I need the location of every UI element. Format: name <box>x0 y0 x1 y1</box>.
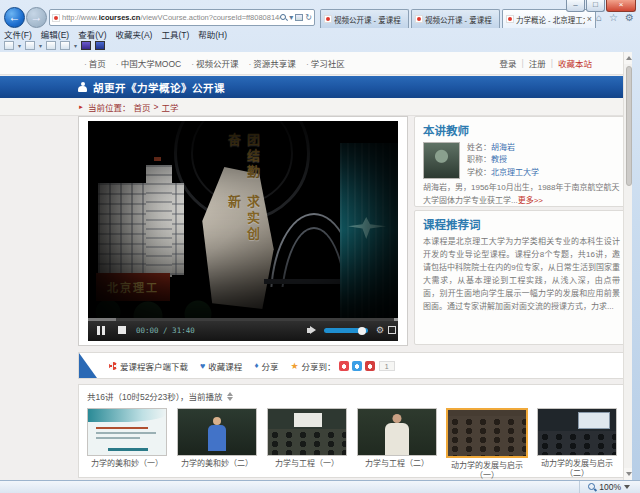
tab-strip: 视频公开课 - 爱课程 视频公开课 - 爱课程 力学概论 - 北京理工大... … <box>320 9 596 28</box>
qq-share-icon[interactable] <box>352 361 362 371</box>
vertical-scrollbar[interactable] <box>623 52 632 480</box>
favorites-star-icon[interactable]: ☆ <box>609 12 618 23</box>
search-icon[interactable] <box>280 14 287 21</box>
teacher-section-title: 本讲教师 <box>423 122 620 138</box>
playlist-item-5-current[interactable]: 动力学的发展与启示（一） <box>445 408 529 480</box>
volume-icon[interactable] <box>310 326 316 334</box>
icourses-favicon <box>52 14 60 22</box>
close-button[interactable]: × <box>606 0 636 12</box>
scrollbar-thumb[interactable] <box>626 66 632 186</box>
onenote-linked-icon[interactable] <box>95 41 105 50</box>
tab-favicon <box>415 15 423 23</box>
video-caption: 力学的美和妙（二） <box>175 459 259 469</box>
playlist-item-1[interactable]: 力学的美和妙（一） <box>85 408 169 480</box>
breadcrumb-home-link[interactable]: 首页 <box>133 101 150 113</box>
menu-tools[interactable]: 工具(T) <box>161 28 189 40</box>
lecturer-icon <box>78 82 87 93</box>
restore-button[interactable]: □ <box>586 0 605 12</box>
home-icon[interactable]: ⌂ <box>596 12 602 23</box>
menu-help[interactable]: 帮助(H) <box>198 28 227 40</box>
command-bar: ▾ ▾ ▾ <box>4 39 105 51</box>
video-thumbnail[interactable] <box>177 408 257 456</box>
minimize-button[interactable]: – <box>566 0 585 12</box>
back-button[interactable]: ← <box>4 7 25 28</box>
print-dropdown-icon[interactable]: ▾ <box>74 42 77 49</box>
scroll-down-arrow[interactable] <box>624 468 632 480</box>
action-bar: 爱课程客户端下载 ♥ 收藏课程 ♦ 分享 ★ 分享到： 1 <box>78 352 630 379</box>
forward-button[interactable]: → <box>26 7 47 28</box>
favorite-site-link[interactable]: 收藏本站 <box>558 57 592 69</box>
nav-link-video-open-course[interactable]: ·视频公开课 <box>191 57 238 69</box>
player-controls: 00:00 / 31:40 ⚙ <box>88 318 398 341</box>
register-link[interactable]: 注册 <box>529 57 546 69</box>
zoom-dropdown-icon[interactable] <box>624 485 630 489</box>
video-thumbnail-current[interactable] <box>446 408 528 458</box>
stop-button[interactable] <box>118 326 126 334</box>
sort-toggle-icon[interactable] <box>227 392 233 401</box>
compatibility-view-icon[interactable] <box>295 14 303 21</box>
status-bar: 100% <box>0 480 640 493</box>
scroll-up-arrow[interactable] <box>624 52 632 64</box>
client-download-button[interactable]: 爱课程客户端下载 <box>109 360 188 372</box>
tab-favicon <box>324 15 332 23</box>
breadcrumb: ► 当前位置： 首页 > 工学 <box>0 98 632 116</box>
playlist-item-4[interactable]: 力学与工程（二） <box>355 408 439 480</box>
address-bar[interactable]: http://www.icourses.cn/viewVCourse.actio… <box>49 9 315 26</box>
tab-video-open-course-1[interactable]: 视频公开课 - 爱课程 <box>320 9 409 28</box>
blue-corner-decoration <box>79 353 97 378</box>
page-viewport: ·首页 ·中国大学MOOC ·视频公开课 ·资源共享课 ·学习社区 登录 | 注… <box>0 52 632 480</box>
tab-video-open-course-2[interactable]: 视频公开课 - 爱课程 <box>411 9 500 28</box>
share-button[interactable]: ♦ 分享 <box>254 360 278 372</box>
zoom-level: 100% <box>599 482 621 492</box>
pause-button[interactable] <box>97 326 105 335</box>
recommendation-text: 本课程是北京理工大学为力学类相关专业的本科生设计开发的专业导论型课程。课程分8个… <box>423 236 620 314</box>
recommendation-box: 课程推荐词 本课程是北京理工大学为力学类相关专业的本科生设计开发的专业导论型课程… <box>414 210 629 345</box>
video-caption: 力学与工程（二） <box>355 459 439 469</box>
url-text[interactable]: http://www.icourses.cn/viewVCourse.actio… <box>62 13 280 22</box>
page-icon[interactable] <box>4 41 14 50</box>
onenote-icon[interactable] <box>81 41 91 50</box>
nav-link-mooc[interactable]: ·中国大学MOOC <box>116 57 181 69</box>
video-screen[interactable]: 北京理工 团结勤奋求实创新 <box>88 121 398 318</box>
playlist-item-3[interactable]: 力学与工程（一） <box>265 408 349 480</box>
renren-share-icon[interactable] <box>365 361 375 371</box>
video-thumbnail[interactable] <box>357 408 437 456</box>
recommendation-section-title: 课程推荐词 <box>423 216 620 232</box>
video-caption: 动力学的发展与启示（二） <box>535 459 619 479</box>
page-dropdown-icon[interactable]: ▾ <box>18 42 21 49</box>
nav-link-home[interactable]: ·首页 <box>84 57 106 69</box>
teacher-photo <box>423 142 460 179</box>
slideshow-icon[interactable] <box>25 41 35 50</box>
search-dropdown-icon[interactable]: ▾ <box>289 13 293 22</box>
fullscreen-icon[interactable] <box>388 326 396 334</box>
weibo-share-icon[interactable] <box>339 361 349 371</box>
nav-link-learning-community[interactable]: ·学习社区 <box>306 57 345 69</box>
tab-close-icon[interactable]: × <box>587 14 592 24</box>
settings-wrench-icon[interactable]: ⚙ <box>376 325 384 335</box>
print-icon[interactable] <box>60 41 70 50</box>
playlist-item-6[interactable]: 动力学的发展与启示（二） <box>535 408 619 480</box>
zoom-magnifier-icon <box>588 483 596 491</box>
favorite-course-button[interactable]: ♥ 收藏课程 <box>200 360 242 372</box>
video-thumbnail[interactable] <box>537 408 617 456</box>
course-title: 胡更开《力学概论》公开课 <box>93 80 225 95</box>
video-thumbnail[interactable] <box>87 408 167 456</box>
video-player-panel: 北京理工 团结勤奋求实创新 00:00 / 31:40 ⚙ <box>78 116 408 346</box>
more-link[interactable]: 更多>> <box>518 196 543 205</box>
menu-favorites[interactable]: 收藏夹(A) <box>116 28 153 40</box>
refresh-icon[interactable]: ↻ <box>305 13 312 22</box>
mail-icon[interactable] <box>46 41 56 50</box>
slideshow-dropdown-icon[interactable]: ▾ <box>39 42 42 49</box>
volume-slider[interactable] <box>324 328 368 333</box>
teacher-school-row: 学校：北京理工大学 <box>467 167 539 179</box>
gear-icon[interactable]: ⚙ <box>625 12 634 23</box>
progress-bar[interactable] <box>88 318 398 321</box>
login-link[interactable]: 登录 <box>500 57 517 69</box>
breadcrumb-category-link[interactable]: 工学 <box>161 101 178 113</box>
star-icon: ★ <box>290 361 298 371</box>
playlist-item-2[interactable]: 力学的美和妙（二） <box>175 408 259 480</box>
video-thumbnail[interactable] <box>267 408 347 456</box>
nav-link-resource-share[interactable]: ·资源共享课 <box>249 57 296 69</box>
browser-window: – □ × ← → http://www.icourses.cn/viewVCo… <box>0 0 640 493</box>
zoom-control[interactable]: 100% <box>579 481 640 493</box>
